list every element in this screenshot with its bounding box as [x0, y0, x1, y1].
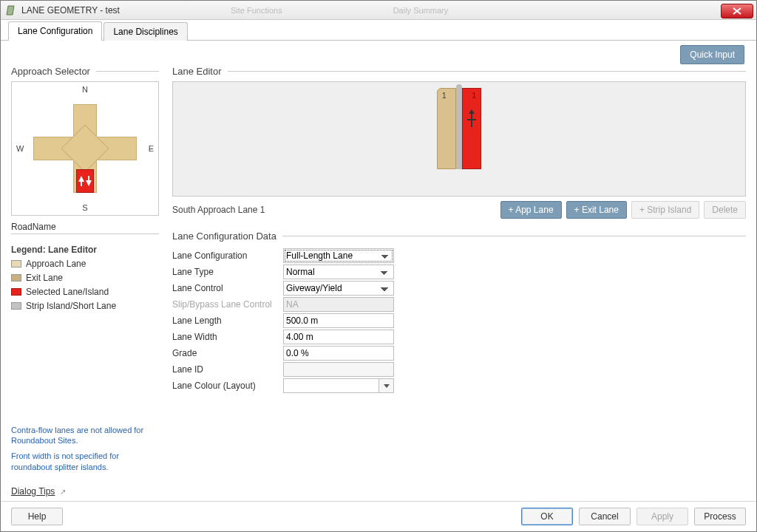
- bg-hint-2: Daily Summary: [393, 6, 449, 15]
- legend-label: Approach Lane: [26, 259, 86, 269]
- dialog-footer: Help OK Cancel Apply Process: [1, 501, 756, 531]
- approach-lane-graphic[interactable]: 1: [437, 88, 456, 169]
- strip-island-graphic[interactable]: [456, 88, 462, 169]
- info-message: Front width is not specified for roundab…: [11, 451, 159, 473]
- compass-e-label: E: [149, 144, 154, 153]
- lane-editor-title: Lane Editor: [172, 66, 746, 77]
- approach-lane-number: 1: [442, 92, 447, 100]
- swatch-exit-icon: [11, 274, 21, 282]
- titlebar: LANE GEOMETRY - test Site Functions Dail…: [1, 1, 756, 20]
- add-exit-lane-button[interactable]: + Exit Lane: [566, 201, 627, 219]
- svg-rect-4: [471, 112, 472, 127]
- cancel-button[interactable]: Cancel: [579, 508, 631, 525]
- lane-graphic: 1 1: [437, 88, 481, 169]
- legend-item-strip: Strip Island/Short Lane: [11, 301, 159, 311]
- lane-id-label: Lane ID: [172, 364, 283, 375]
- window-title: LANE GEOMETRY - test: [21, 5, 120, 16]
- swatch-selected-icon: [11, 288, 21, 296]
- legend-label: Selected Lane/Island: [26, 287, 109, 297]
- lane-colour-label: Lane Colour (Layout): [172, 381, 283, 391]
- swatch-strip-icon: [11, 302, 21, 310]
- compass-n-label: N: [82, 85, 88, 94]
- roadname-label: RoadName: [11, 222, 159, 234]
- info-message: Contra-flow lanes are not allowed for Ro…: [11, 425, 159, 447]
- lane-id-field[interactable]: [283, 362, 394, 377]
- lane-editor-canvas[interactable]: 1 1: [172, 81, 746, 197]
- slip-bypass-field: [283, 297, 394, 312]
- legend-item-selected: Selected Lane/Island: [11, 287, 159, 297]
- through-arrow-icon: [466, 109, 477, 132]
- lane-config-data-title: Lane Configuration Data: [172, 231, 746, 242]
- chevron-down-icon: [384, 384, 390, 388]
- lane-width-field[interactable]: [283, 330, 394, 344]
- south-approach-indicator[interactable]: [76, 169, 94, 193]
- dialog-tips[interactable]: Dialog Tips ↗: [11, 486, 159, 497]
- legend-label: Exit Lane: [26, 273, 63, 283]
- add-approach-lane-button[interactable]: + App Lane: [500, 201, 562, 219]
- apply-button: Apply: [637, 508, 688, 525]
- lane-editor-title-text: Lane Editor: [172, 66, 222, 77]
- app-icon: [5, 4, 17, 16]
- swatch-approach-icon: [11, 260, 21, 267]
- quick-input-button[interactable]: Quick Input: [680, 45, 744, 64]
- legend-label: Strip Island/Short Lane: [26, 301, 116, 311]
- lane-type-label: Lane Type: [172, 267, 283, 277]
- lane-length-label: Lane Length: [172, 316, 283, 326]
- info-messages: Contra-flow lanes are not allowed for Ro…: [11, 403, 159, 473]
- ok-button[interactable]: OK: [521, 508, 573, 525]
- lane-colour-swatch[interactable]: [283, 378, 379, 393]
- lane-geometry-window: LANE GEOMETRY - test Site Functions Dail…: [0, 0, 757, 532]
- lane-configuration-select[interactable]: Full-Length Lane: [283, 248, 394, 263]
- exit-lane-graphic[interactable]: 1: [462, 88, 481, 169]
- lane-type-select[interactable]: Normal: [283, 265, 394, 279]
- add-strip-island-button: + Strip Island: [631, 201, 699, 219]
- svg-marker-5: [469, 109, 475, 114]
- bg-hint-1: Site Functions: [231, 6, 282, 15]
- tab-lane-disciplines[interactable]: Lane Disciplines: [103, 22, 187, 41]
- lane-length-field[interactable]: [283, 313, 394, 328]
- tab-lane-configuration[interactable]: Lane Configuration: [8, 21, 102, 41]
- lane-control-select[interactable]: Giveway/Yield: [283, 281, 394, 296]
- lane-config-form: Lane Configuration Full-Length Lane Lane…: [172, 248, 746, 394]
- exit-lane-number: 1: [472, 92, 476, 100]
- lane-configuration-label: Lane Configuration: [172, 250, 283, 261]
- dialog-tips-link[interactable]: Dialog Tips: [11, 486, 55, 497]
- lane-colour-dropdown-button[interactable]: [379, 378, 394, 393]
- help-button[interactable]: Help: [11, 508, 63, 525]
- tabstrip: Lane Configuration Lane Disciplines: [1, 20, 756, 41]
- approach-selector-title-text: Approach Selector: [11, 66, 90, 77]
- legend-item-approach: Approach Lane: [11, 259, 159, 269]
- titlebar-background-text: Site Functions Daily Summary: [120, 6, 721, 15]
- close-icon: [733, 7, 741, 15]
- process-button[interactable]: Process: [694, 508, 746, 525]
- slip-bypass-label: Slip/Bypass Lane Control: [172, 299, 283, 310]
- grade-field[interactable]: [283, 346, 394, 361]
- external-link-icon: ↗: [60, 488, 66, 496]
- svg-marker-0: [7, 6, 14, 15]
- lane-control-label: Lane Control: [172, 283, 283, 293]
- grade-label: Grade: [172, 348, 283, 358]
- compass-w-label: W: [16, 144, 24, 153]
- lane-width-label: Lane Width: [172, 332, 283, 342]
- selected-lane-caption: South Approach Lane 1: [172, 205, 496, 215]
- legend-title: Legend: Lane Editor: [11, 245, 159, 255]
- compass-s-label: S: [82, 203, 87, 212]
- close-button[interactable]: [721, 4, 753, 18]
- approach-selector[interactable]: N S W E: [11, 81, 159, 216]
- approach-selector-title: Approach Selector: [11, 66, 159, 77]
- legend-item-exit: Exit Lane: [11, 273, 159, 283]
- lane-config-data-title-text: Lane Configuration Data: [172, 231, 276, 242]
- delete-lane-button: Delete: [704, 201, 746, 219]
